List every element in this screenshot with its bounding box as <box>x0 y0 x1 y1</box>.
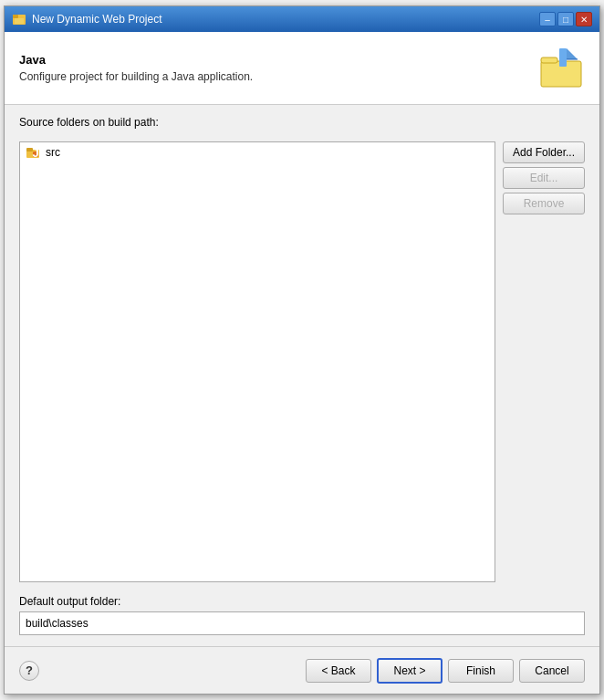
source-folders-container: J src Add Folder... Edit... Remove <box>19 141 585 582</box>
title-bar-controls: – □ ✕ <box>539 12 592 26</box>
footer-left: ? <box>19 661 39 681</box>
source-list[interactable]: J src <box>19 141 495 582</box>
header-area: Java Configure project for building a Ja… <box>5 32 599 105</box>
help-button[interactable]: ? <box>19 661 39 681</box>
java-folder-icon <box>537 45 585 92</box>
header-title: Java <box>19 53 523 67</box>
title-bar: New Dynamic Web Project – □ ✕ <box>5 6 599 32</box>
footer-buttons: < Back Next > Finish Cancel <box>306 658 585 684</box>
title-bar-text: New Dynamic Web Project <box>32 13 534 26</box>
svg-rect-2 <box>15 18 24 24</box>
content-area: Source folders on build path: J src Add … <box>5 105 599 646</box>
window-icon <box>12 12 26 26</box>
finish-button[interactable]: Finish <box>448 659 514 683</box>
cancel-button[interactable]: Cancel <box>519 659 585 683</box>
source-folders-label: Source folders on build path: <box>19 116 585 129</box>
edit-button[interactable]: Edit... <box>503 167 585 189</box>
svg-rect-1 <box>13 15 18 18</box>
svg-marker-7 <box>567 48 578 59</box>
output-folder-input[interactable] <box>19 611 585 635</box>
output-folder-label: Default output folder: <box>19 595 585 608</box>
header-text: Java Configure project for building a Ja… <box>19 53 523 83</box>
svg-rect-5 <box>541 57 557 63</box>
dialog-window: New Dynamic Web Project – □ ✕ Java Confi… <box>4 5 600 695</box>
add-folder-button[interactable]: Add Folder... <box>503 141 585 163</box>
src-item-text: src <box>46 146 60 159</box>
list-item[interactable]: J src <box>20 142 495 162</box>
minimize-button[interactable]: – <box>539 12 556 26</box>
header-subtitle: Configure project for building a Java ap… <box>19 70 523 83</box>
svg-rect-8 <box>559 48 567 67</box>
header-icon <box>537 45 585 92</box>
close-button[interactable]: ✕ <box>576 12 592 26</box>
side-buttons: Add Folder... Edit... Remove <box>503 141 585 582</box>
src-folder-icon: J <box>26 145 40 160</box>
footer: ? < Back Next > Finish Cancel <box>5 646 599 694</box>
output-section: Default output folder: <box>19 595 585 635</box>
next-button[interactable]: Next > <box>377 658 443 684</box>
svg-text:J: J <box>32 146 38 160</box>
maximize-button[interactable]: □ <box>557 12 574 26</box>
back-button[interactable]: < Back <box>306 659 371 683</box>
remove-button[interactable]: Remove <box>503 193 585 214</box>
